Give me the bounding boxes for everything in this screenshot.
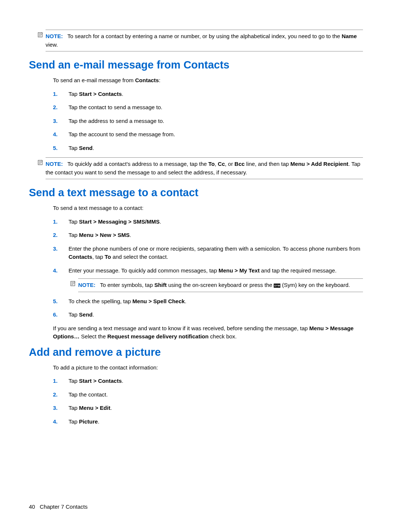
step-item: 4.Tap Picture.: [53, 418, 363, 426]
step-text: Tap: [69, 145, 79, 151]
step-text: .: [93, 145, 94, 151]
step-text: Tap: [69, 418, 79, 425]
step-number: 1.: [53, 377, 58, 385]
step-number: 5.: [53, 144, 58, 153]
step-text: .: [160, 218, 161, 225]
step-number: 2.: [53, 391, 58, 399]
step-item: 2.Tap the contact.: [53, 391, 363, 399]
step-number: 3.: [53, 245, 58, 253]
step-text: Enter your message. To quickly add commo…: [69, 267, 219, 274]
page-number: 40: [29, 503, 35, 510]
step-bold: Menu > Spell Check: [133, 298, 185, 304]
step-text: Tap: [69, 218, 79, 225]
note-text: NOTE: To search for a contact by enterin…: [46, 32, 363, 49]
note-bold: Cc: [218, 161, 225, 167]
section-heading: Add and remove a picture: [29, 346, 363, 358]
step-item: 6.Tap Send.: [53, 311, 363, 319]
step-text: Tap the account to send the message from…: [69, 131, 175, 137]
inner-note-wrap: NOTE: To enter symbols, tap Shift using …: [78, 278, 363, 292]
step-item: 1.Tap Start > Messaging > SMS/MMS.: [53, 218, 363, 226]
step-item: 5.To check the spelling, tap Menu > Spel…: [53, 297, 363, 306]
sym-key-icon: SYM: [274, 284, 280, 288]
step-item: 3.Tap the address to send a message to.: [53, 117, 363, 126]
step-number: 1.: [53, 90, 58, 98]
note-box: NOTE: To quickly add a contact's address…: [46, 157, 363, 179]
step-bold: Menu > My Text: [219, 267, 260, 274]
step-number: 2.: [53, 103, 58, 112]
note-bold: To: [209, 161, 215, 167]
step-item: 4.Tap the account to send the message fr…: [53, 130, 363, 139]
note-icon: [37, 32, 44, 39]
document-page: NOTE: To search for a contact by enterin…: [0, 0, 400, 532]
step-number: 3.: [53, 404, 58, 412]
page-content: NOTE: To search for a contact by enterin…: [29, 30, 363, 426]
step-text: and tap the required message.: [260, 267, 337, 274]
note-bold: Bcc: [234, 161, 245, 167]
step-text: Tap: [69, 91, 79, 97]
step-item: 3.Enter the phone numbers of one or more…: [53, 245, 363, 261]
note-bold: Menu > Add Recipient: [290, 161, 349, 167]
steps-list: 1.Tap Start > Contacts. 2.Tap the contac…: [53, 377, 363, 426]
step-number: 4.: [53, 267, 58, 275]
note-text: NOTE: To enter symbols, tap Shift using …: [78, 281, 363, 290]
para-text: check box.: [209, 333, 237, 339]
step-number: 3.: [53, 117, 58, 126]
page-footer: 40 Chapter 7 Contacts: [29, 503, 87, 510]
note-label: NOTE:: [46, 33, 63, 39]
step-text: Tap the contact to send a message to.: [69, 104, 163, 110]
step-text: Enter the phone numbers of one or more r…: [69, 245, 360, 252]
step-text: Tap: [69, 311, 79, 318]
step-number: 1.: [53, 218, 58, 226]
step-bold: Start > Messaging > SMS/MMS: [79, 218, 160, 225]
step-number: 4.: [53, 418, 58, 426]
step-bold: Contacts: [69, 254, 92, 260]
intro-text: To send an e-mail message from Contacts:: [53, 76, 363, 85]
note-box: NOTE: To enter symbols, tap Shift using …: [78, 278, 363, 292]
step-text: To check the spelling, tap: [69, 298, 133, 304]
step-text: Tap: [69, 378, 79, 384]
chapter-label: Chapter 7 Contacts: [40, 503, 87, 510]
intro-after: :: [159, 77, 160, 83]
step-number: 6.: [53, 311, 58, 319]
intro-text: To send a text message to a contact:: [53, 204, 363, 213]
step-bold: Menu > Edit: [79, 405, 110, 411]
intro-before: To send an e-mail message from: [53, 77, 135, 83]
step-bold: Menu > New > SMS: [79, 232, 130, 238]
note-box: NOTE: To search for a contact by enterin…: [46, 30, 363, 51]
step-number: 4.: [53, 130, 58, 139]
paragraph: If you are sending a text message and wa…: [53, 324, 363, 341]
step-bold: To: [105, 254, 111, 260]
step-text: Tap the address to send a message to.: [69, 118, 164, 124]
note-content-after: view.: [46, 41, 58, 48]
step-text: .: [122, 91, 123, 97]
step-text: .: [122, 378, 123, 384]
note-label: NOTE:: [78, 282, 96, 288]
step-text: .: [110, 405, 112, 411]
step-text: , tap: [92, 254, 104, 260]
note-icon: [69, 281, 77, 289]
note-content: line, and then tap: [245, 161, 290, 167]
step-bold: Start > Contacts: [79, 91, 121, 97]
note-content: ,: [215, 161, 218, 167]
step-item: 5.Tap Send.: [53, 144, 363, 153]
step-item: 1.Tap Start > Contacts.: [53, 377, 363, 385]
steps-list: 1.Tap Start > Contacts. 2.Tap the contac…: [53, 90, 363, 153]
step-number: 2.: [53, 231, 58, 240]
step-text: Tap: [69, 232, 79, 238]
note-label: NOTE:: [46, 161, 63, 167]
note-content: using the on-screen keyboard or press th…: [167, 282, 274, 288]
steps-list: 1.Tap Start > Messaging > SMS/MMS. 2.Tap…: [53, 218, 363, 319]
para-text: Select the: [80, 333, 107, 339]
note-bold: Shift: [154, 282, 167, 288]
step-number: 5.: [53, 297, 58, 306]
note-text: NOTE: To quickly add a contact's address…: [46, 160, 363, 177]
step-bold: Start > Contacts: [79, 378, 121, 384]
note-content: , or: [225, 161, 234, 167]
step-text: .: [98, 418, 99, 425]
intro-text: To add a picture to the contact informat…: [53, 364, 363, 372]
step-text: and select the contact.: [111, 254, 168, 260]
step-item: 2.Tap Menu > New > SMS.: [53, 231, 363, 240]
step-bold: Picture: [79, 418, 98, 425]
step-item: 1.Tap Start > Contacts.: [53, 90, 363, 98]
step-item: 2.Tap the contact to send a message to.: [53, 103, 363, 112]
